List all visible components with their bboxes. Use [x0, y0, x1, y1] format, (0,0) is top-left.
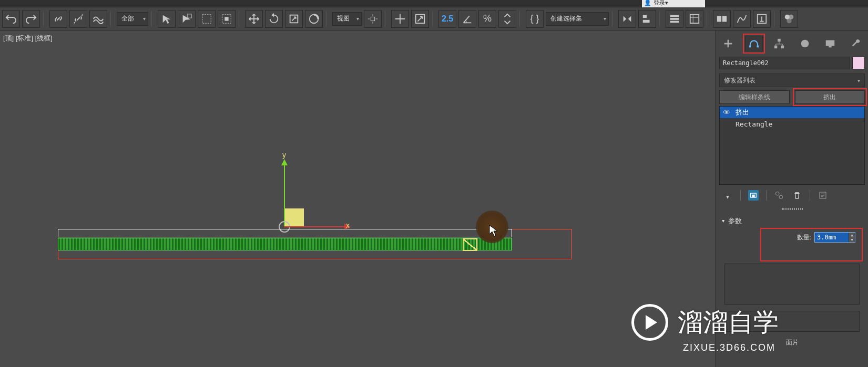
select-region-rect-button[interactable] — [198, 10, 216, 28]
undo-button[interactable] — [2, 10, 20, 28]
svg-rect-23 — [774, 46, 778, 49]
play-circle-icon — [631, 304, 668, 341]
svg-rect-29 — [752, 195, 754, 197]
select-rotate-button[interactable] — [265, 10, 283, 28]
toggle-ribbon-button[interactable] — [713, 10, 731, 28]
toggle-scene-explorer-button[interactable] — [686, 10, 703, 28]
selection-filter-dropdown[interactable]: 全部 — [117, 12, 148, 26]
svg-rect-6 — [371, 17, 374, 20]
angle-snap-button[interactable] — [458, 10, 476, 28]
configure-modifier-sets-button[interactable] — [818, 190, 828, 201]
motion-panel-tab[interactable] — [796, 36, 814, 51]
redo-button[interactable] — [22, 10, 40, 28]
ref-coord-system-dropdown[interactable]: 视图 — [332, 12, 362, 26]
main-toolbar: 全部 视图 2.5 % { } 创建选择集 — [0, 7, 868, 30]
visibility-eye-icon[interactable]: 👁 — [723, 108, 730, 117]
named-selection-dropdown[interactable]: 创建选择集 — [546, 12, 609, 26]
select-by-name-button[interactable] — [178, 10, 196, 28]
toggle-layer-explorer-button[interactable] — [666, 10, 683, 28]
svg-rect-8 — [643, 15, 647, 18]
align-button[interactable] — [638, 10, 656, 28]
pin-stack-button[interactable] — [722, 190, 733, 201]
svg-rect-15 — [722, 16, 727, 22]
modifier-stack[interactable]: 👁 挤出 Rectangle — [719, 106, 865, 185]
unlink-button[interactable] — [69, 10, 87, 28]
svg-rect-13 — [690, 14, 699, 23]
spinner-snap-button[interactable] — [498, 10, 516, 28]
svg-rect-21 — [757, 46, 759, 48]
select-object-button[interactable] — [158, 10, 176, 28]
utilities-panel-tab[interactable] — [847, 36, 865, 51]
svg-point-30 — [775, 192, 779, 195]
modifier-stack-item[interactable]: 👁 挤出 — [720, 107, 864, 118]
link-button[interactable] — [49, 10, 67, 28]
params-rollout-header[interactable]: 参数 — [719, 214, 865, 228]
bind-space-warp-button[interactable] — [89, 10, 107, 28]
svg-rect-0 — [188, 14, 191, 17]
amount-label: 数量: — [797, 233, 811, 242]
object-name-field[interactable]: Rectangle002 — [719, 57, 850, 69]
display-panel-tab[interactable] — [821, 36, 839, 51]
schematic-view-button[interactable] — [753, 10, 771, 28]
watermark-logo: 溜溜自学 — [631, 304, 779, 341]
svg-rect-3 — [224, 17, 228, 20]
modifier-list-dropdown[interactable]: 修改器列表 — [719, 74, 865, 87]
svg-rect-11 — [670, 18, 679, 20]
modify-panel-tab[interactable] — [745, 36, 763, 51]
viewport-label[interactable]: [顶] [标准] [线框] — [3, 34, 53, 43]
select-scale-button[interactable] — [285, 10, 303, 28]
sub-object-handle[interactable] — [463, 238, 477, 251]
modifier-stack-item[interactable]: Rectangle — [720, 118, 864, 130]
material-editor-button[interactable] — [780, 10, 798, 28]
edit-spline-button[interactable]: 编辑样条线 — [719, 90, 790, 104]
svg-rect-27 — [829, 46, 832, 48]
svg-rect-20 — [749, 46, 751, 48]
svg-rect-14 — [717, 16, 721, 22]
use-pivot-center-button[interactable] — [364, 10, 382, 28]
watermark-url: ZIXUE.3D66.COM — [683, 342, 775, 353]
menubar: 👤登录 ▾ — [0, 0, 868, 7]
svg-point-25 — [801, 40, 809, 48]
svg-rect-12 — [670, 20, 679, 23]
create-panel-tab[interactable] — [719, 36, 737, 51]
svg-point-31 — [779, 195, 783, 199]
make-unique-button[interactable] — [774, 190, 784, 201]
svg-rect-10 — [670, 15, 679, 17]
viewport-top[interactable]: [顶] [标准] [线框] y x — [0, 30, 716, 367]
named-selection-edit-button[interactable]: { } — [526, 10, 544, 28]
mirror-button[interactable] — [618, 10, 636, 28]
amount-spinner[interactable]: 3.0mm ▲▼ — [814, 232, 855, 243]
cursor-icon — [489, 225, 498, 240]
svg-rect-24 — [781, 46, 784, 49]
svg-rect-1 — [202, 14, 211, 23]
window-crossing-button[interactable] — [218, 10, 236, 28]
selection-bounds — [58, 229, 512, 237]
svg-rect-9 — [643, 19, 650, 23]
snap-toggle-button[interactable]: 2.5 — [438, 10, 456, 28]
curve-editor-button[interactable] — [733, 10, 751, 28]
login-dropdown[interactable]: 👤登录 ▾ — [642, 0, 705, 7]
svg-rect-22 — [778, 39, 781, 42]
capping-group — [724, 264, 860, 305]
svg-point-19 — [787, 18, 791, 23]
show-end-result-button[interactable] — [748, 190, 759, 201]
hierarchy-panel-tab[interactable] — [770, 36, 788, 51]
extrude-preset-button[interactable]: 挤出 — [795, 90, 865, 104]
percent-snap-button[interactable]: % — [478, 10, 496, 28]
keyboard-shortcut-override-button[interactable] — [411, 10, 429, 28]
object-color-swatch[interactable] — [852, 57, 865, 69]
remove-modifier-button[interactable] — [792, 190, 802, 201]
extruded-object[interactable] — [58, 238, 512, 250]
svg-rect-26 — [826, 40, 835, 46]
rollout-drag-handle[interactable] — [719, 208, 865, 211]
select-manipulate-button[interactable] — [391, 10, 409, 28]
select-move-button[interactable] — [245, 10, 263, 28]
select-place-button[interactable] — [305, 10, 323, 28]
